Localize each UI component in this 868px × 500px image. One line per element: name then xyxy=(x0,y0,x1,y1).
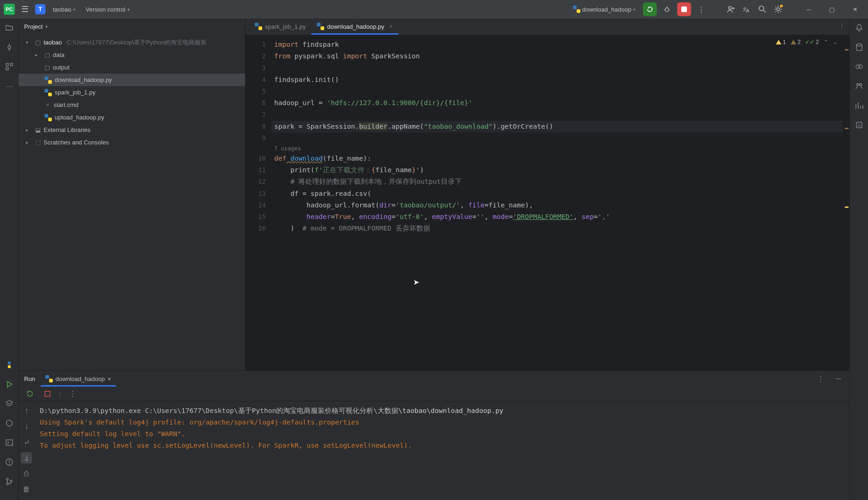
profiler-button[interactable] xyxy=(854,100,865,111)
tree-external-libraries[interactable]: ▸ ⬓ External Libraries xyxy=(19,124,245,136)
bell-icon xyxy=(855,24,863,32)
vcs-tool-button[interactable] xyxy=(4,476,15,487)
svg-rect-15 xyxy=(6,63,8,66)
tree-file-upload-hadoop[interactable]: upload_hadoop.py xyxy=(19,111,245,124)
main-menu-button[interactable]: ☰ xyxy=(19,4,31,15)
terminal-tool-button[interactable] xyxy=(4,437,15,448)
python-icon xyxy=(255,23,262,30)
editor-pane: spark_job_1.py download_hadoop.py × ⋮ 12… xyxy=(245,19,849,370)
svg-point-26 xyxy=(856,44,862,46)
run-header: Run download_hadoop × ⋮ ─ xyxy=(19,371,849,387)
svg-point-21 xyxy=(9,463,10,464)
svg-text:A: A xyxy=(746,8,749,13)
minimize-button[interactable]: ─ xyxy=(799,2,818,16)
more-actions-button[interactable]: ⋮ xyxy=(696,4,707,15)
svg-point-24 xyxy=(10,480,12,482)
translate-button[interactable]: 文A xyxy=(741,4,752,15)
run-tab-label: download_hadoop xyxy=(56,375,105,382)
svg-point-9 xyxy=(759,6,764,11)
usages-hint[interactable]: 7 usages xyxy=(274,144,849,153)
close-tab-button[interactable]: × xyxy=(107,375,111,382)
run-tool-button[interactable] xyxy=(4,379,15,390)
tab-download-hadoop[interactable]: download_hadoop.py × xyxy=(311,18,398,35)
inspections-widget[interactable]: 1 2 ✓✓2 ⌃ ⌄ xyxy=(776,39,837,45)
tree-file-download-hadoop[interactable]: download_hadoop.py xyxy=(19,74,245,86)
tree-folder-output[interactable]: ▢ output xyxy=(19,61,245,74)
debug-button[interactable] xyxy=(661,4,673,15)
down-button[interactable]: ↓ xyxy=(21,421,32,432)
warning-count[interactable]: 2 xyxy=(791,39,801,45)
vcs-dropdown[interactable]: Version control ▾ xyxy=(83,4,132,15)
left-tool-rail: ⋯ xyxy=(0,19,19,500)
run-config-dropdown[interactable]: download_hadoop ▾ xyxy=(570,4,638,15)
svg-point-4 xyxy=(729,6,731,9)
endpoints-button[interactable] xyxy=(854,81,865,92)
clear-button[interactable]: 🗑 xyxy=(21,484,32,495)
tree-root[interactable]: ▾ ▢ taobao C:\Users\17677\Desktop\基于Pyth… xyxy=(19,36,245,49)
console-output[interactable]: D:\python3.9.9\python.exe C:\Users\17677… xyxy=(34,401,849,500)
settings-button[interactable] xyxy=(773,4,784,15)
mouse-cursor: ➤ xyxy=(413,278,419,287)
weak-warning-count[interactable]: 1 xyxy=(776,39,786,45)
ai-assistant-button[interactable]: A xyxy=(854,119,865,131)
scroll-to-end-button[interactable]: ⤓ xyxy=(21,452,32,463)
library-icon: ⬓ xyxy=(35,126,41,133)
hexagon-icon xyxy=(5,419,13,427)
soft-wrap-button[interactable]: ⤶ xyxy=(21,437,32,448)
services-tool-button[interactable] xyxy=(4,398,15,409)
tree-file-start-cmd[interactable]: ≡ start.cmd xyxy=(19,99,245,111)
bug-icon xyxy=(663,6,671,13)
print-button[interactable]: ⎙ xyxy=(21,468,32,479)
copilot-button[interactable] xyxy=(854,61,865,72)
tree-file-spark-job-1[interactable]: spark_job_1.py xyxy=(19,86,245,99)
problems-tool-button[interactable] xyxy=(4,456,15,468)
tree-folder-data[interactable]: ▸ ▢ data xyxy=(19,49,245,61)
run-button[interactable] xyxy=(643,2,657,16)
project-dropdown[interactable]: taobao ▾ xyxy=(50,4,78,15)
structure-tool-button[interactable] xyxy=(4,61,15,72)
more-tools-button[interactable]: ⋯ xyxy=(4,81,15,92)
chevron-down-icon: ▾ xyxy=(127,7,130,12)
close-button[interactable]: ✕ xyxy=(846,2,864,16)
error-stripe[interactable] xyxy=(843,35,849,370)
python-packages-button[interactable] xyxy=(4,359,15,370)
python-icon xyxy=(5,361,13,369)
next-highlight-button[interactable]: ⌄ xyxy=(833,39,837,45)
project-badge: T xyxy=(35,4,45,14)
python-console-button[interactable] xyxy=(4,418,15,429)
svg-rect-25 xyxy=(45,391,50,396)
tabs-more-button[interactable]: ⋮ xyxy=(839,22,845,29)
run-tab[interactable]: download_hadoop × xyxy=(41,371,116,387)
project-tool-button[interactable] xyxy=(4,22,15,33)
hide-panel-button[interactable]: ─ xyxy=(833,373,844,384)
code-with-me-button[interactable] xyxy=(725,4,736,15)
maximize-button[interactable]: ▢ xyxy=(823,2,841,16)
check-icon: ✓✓ xyxy=(805,39,814,45)
run-more-button[interactable]: ⋮ xyxy=(67,388,78,400)
python-icon xyxy=(317,23,324,30)
database-tool-button[interactable] xyxy=(854,42,865,53)
warning-triangle-icon xyxy=(791,40,796,44)
code-editor[interactable]: 12345678910111213141516 import findspark… xyxy=(245,35,849,370)
close-tab-button[interactable]: × xyxy=(389,23,393,30)
project-tree: ▾ ▢ taobao C:\Users\17677\Desktop\基于Pyth… xyxy=(19,34,245,370)
prev-highlight-button[interactable]: ⌃ xyxy=(824,39,828,45)
svg-text:A: A xyxy=(858,123,861,128)
run-options-button[interactable]: ⋮ xyxy=(815,373,826,384)
stop-button[interactable] xyxy=(677,2,691,16)
search-button[interactable] xyxy=(757,4,768,15)
person-plus-icon xyxy=(727,5,735,13)
rerun-button[interactable] xyxy=(24,388,35,400)
notifications-button[interactable] xyxy=(854,22,865,33)
database-icon xyxy=(855,43,863,51)
commit-tool-button[interactable] xyxy=(4,42,15,53)
stop-run-button[interactable] xyxy=(42,388,53,400)
up-button[interactable]: ↑ xyxy=(21,405,32,416)
tree-scratches[interactable]: ▸ ⬚ Scratches and Consoles xyxy=(19,136,245,149)
ok-count[interactable]: ✓✓2 xyxy=(805,39,819,45)
tab-spark-job-1[interactable]: spark_job_1.py xyxy=(249,18,311,35)
svg-rect-17 xyxy=(6,68,8,70)
code-content[interactable]: import findspark from pyspark.sql import… xyxy=(271,35,849,370)
project-header[interactable]: Project ▾ xyxy=(19,19,245,34)
project-tool-window: Project ▾ ▾ ▢ taobao C:\Users\17677\Desk… xyxy=(19,19,245,370)
